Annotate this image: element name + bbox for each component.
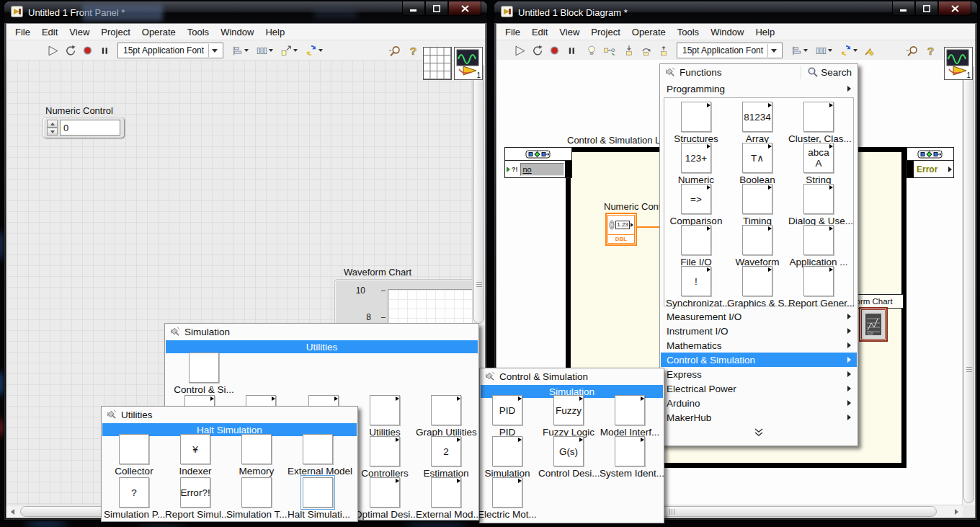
numeric-value-field[interactable]: 0 (60, 120, 120, 136)
palette-item-comparison[interactable]: =>Comparison (666, 184, 726, 226)
front-panel-titlebar[interactable]: Untitled 1 Front Panel * (4, 1, 487, 23)
menu-item-operate[interactable]: Operate (626, 25, 672, 39)
retain-wire-values-button[interactable] (600, 42, 618, 59)
string-icon[interactable]: abca A (803, 143, 834, 173)
block-diagram-titlebar[interactable]: Untitled 1 Block Diagram * (494, 1, 977, 23)
connector-pane-icon[interactable] (423, 47, 452, 80)
search-button[interactable] (904, 42, 922, 59)
font-dropdown-arrow[interactable] (767, 44, 779, 57)
vi-icon[interactable]: 1 (944, 47, 973, 80)
palette-item-string[interactable]: abca AString (788, 143, 849, 185)
scroll-right-arrow[interactable] (950, 505, 963, 518)
numeric-control[interactable]: 0 (43, 118, 124, 138)
palette-item-synchronizat[interactable]: !Synchronizat... (666, 266, 726, 309)
search-button[interactable] (387, 42, 404, 59)
palette-item-numeric[interactable]: 123+Numeric (666, 143, 726, 185)
palette-item-control-si[interactable]: Control & Si... (174, 353, 234, 395)
font-dropdown-arrow[interactable] (208, 44, 220, 57)
menu-item-tools[interactable]: Tools (182, 25, 215, 39)
ctrlsimloop-icon[interactable] (189, 353, 219, 383)
fuzzy-icon[interactable]: Fuzzy (553, 395, 584, 425)
cluster-icon[interactable] (803, 102, 834, 132)
pin-icon[interactable] (664, 66, 675, 79)
highlight-execution-button[interactable] (583, 42, 600, 59)
step-into-button[interactable] (620, 42, 638, 59)
menu-item-project[interactable]: Project (95, 25, 135, 39)
menu-item-project[interactable]: Project (585, 25, 625, 39)
palette-item-simulation-t[interactable]: Simulation T... (226, 477, 287, 520)
palette-item-graphics-s[interactable]: Graphics & S... (727, 266, 788, 309)
simtime-icon[interactable] (241, 477, 272, 508)
menu-item-operate[interactable]: Operate (136, 25, 182, 39)
category-electrical-power[interactable]: Electrical Power (661, 381, 857, 396)
step-over-button[interactable] (638, 42, 655, 59)
pause-button[interactable] (96, 42, 113, 59)
palette-item-graph-utilities[interactable]: Graph Utilities (416, 395, 476, 438)
minimize-button[interactable] (402, 1, 425, 16)
simulation-icon[interactable] (492, 436, 522, 466)
palette-item-model-interf[interactable]: Model Interf... (600, 395, 660, 438)
menu-item-edit[interactable]: Edit (36, 25, 63, 39)
pin-icon[interactable] (484, 371, 495, 384)
menu-item-window[interactable]: Window (215, 25, 259, 39)
palette-item-estimation[interactable]: 2Estimation (416, 436, 476, 479)
error-output-label[interactable]: Error (914, 164, 948, 174)
sim-loop-input-node[interactable]: ?! no (504, 147, 572, 178)
haltsim-icon[interactable] (303, 477, 333, 508)
graphics-icon[interactable] (742, 266, 772, 296)
externalmodel-icon[interactable] (303, 434, 333, 464)
category-express[interactable]: Express (661, 367, 857, 381)
menu-item-view[interactable]: View (63, 25, 95, 39)
comparison-icon[interactable]: => (681, 184, 711, 214)
vscroll-thumb[interactable] (473, 63, 484, 324)
graphutilities-icon[interactable] (431, 395, 461, 425)
menu-item-tools[interactable]: Tools (672, 25, 705, 39)
distribute-objects-button[interactable] (252, 42, 277, 59)
maximize-button[interactable] (915, 1, 938, 16)
category-control-simulation[interactable]: Control & Simulation (661, 353, 857, 367)
electricmotor-icon[interactable] (492, 477, 522, 508)
fileio-icon[interactable] (681, 225, 711, 255)
waveform-chart-terminal[interactable]: Co (859, 307, 888, 342)
dialog-icon[interactable] (803, 184, 834, 214)
reorder-button[interactable] (836, 42, 860, 59)
report-icon[interactable] (803, 266, 834, 296)
palette-item-optimal-desi[interactable]: Optimal Desi... (355, 477, 415, 520)
abort-button[interactable] (545, 42, 563, 59)
memory-icon[interactable] (241, 434, 272, 464)
vi-icon[interactable]: 1 (454, 47, 483, 80)
palette-item-array[interactable]: 81234Array (727, 102, 788, 144)
palette-item-indexer[interactable]: ¥Indexer (165, 434, 226, 477)
hscroll-thumb[interactable] (623, 506, 937, 517)
palette-item-timing[interactable]: Timing (727, 184, 788, 226)
close-button[interactable] (938, 1, 971, 16)
estimation-icon[interactable]: 2 (431, 436, 461, 466)
palette-item-cluster-clas[interactable]: Cluster, Clas... (788, 102, 849, 144)
palette-item-memory[interactable]: Memory (226, 434, 287, 477)
palette-item-controllers[interactable]: Controllers (355, 436, 415, 479)
align-objects-button[interactable] (228, 42, 252, 59)
run-button[interactable] (511, 42, 528, 59)
sim-loop-output-node[interactable]: Error (906, 147, 954, 178)
externalmodel2-icon[interactable] (431, 477, 461, 508)
pin-icon[interactable] (169, 326, 180, 339)
align-objects-button[interactable] (787, 42, 811, 59)
palette-item-control-desi[interactable]: G(s)Control Desi... (538, 436, 599, 479)
timing-icon[interactable] (742, 184, 772, 214)
boolean-icon[interactable]: T∧ (742, 143, 772, 173)
palette-item-electric-mot[interactable]: Electric Mot... (477, 477, 538, 520)
node-value-box[interactable]: no (520, 163, 565, 176)
palette-item-external-mod[interactable]: External Mod... (416, 477, 476, 520)
palette-search[interactable]: Search (801, 66, 853, 79)
pause-button[interactable] (563, 42, 580, 59)
indexer-icon[interactable]: ¥ (180, 434, 210, 464)
palette-item-boolean[interactable]: T∧Boolean (727, 143, 788, 185)
array-icon[interactable]: 81234 (742, 102, 772, 132)
expand-chevron-icon[interactable] (660, 428, 858, 436)
numeric-spinner[interactable] (47, 120, 58, 136)
decrement-button[interactable] (47, 128, 58, 136)
collector-icon[interactable] (119, 434, 149, 464)
category-measurement-i-o[interactable]: Measurement I/O (661, 309, 857, 324)
palette-item-halt-simulati[interactable]: Halt Simulati... (288, 477, 348, 520)
increment-button[interactable] (47, 120, 58, 128)
